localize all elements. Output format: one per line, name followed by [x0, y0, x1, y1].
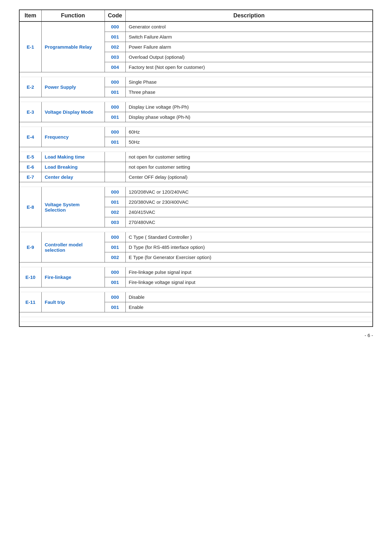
- desc-cell: Switch Failure Alarm: [125, 32, 373, 42]
- item-cell: E-8: [19, 187, 41, 227]
- function-cell: Power Supply: [41, 77, 105, 97]
- table-row: E-3 Voltage Display Mode 000 Display Lin…: [19, 102, 373, 112]
- code-cell: 003: [105, 217, 125, 227]
- table-row: E-2 Power Supply 000 Single Phase: [19, 77, 373, 87]
- item-cell: E-7: [19, 172, 41, 182]
- desc-cell: Enable: [125, 302, 373, 312]
- code-cell: 002: [105, 207, 125, 217]
- code-cell: [105, 172, 125, 182]
- code-cell: 001: [105, 87, 125, 97]
- item-cell: E-3: [19, 102, 41, 122]
- desc-cell: Three phase: [125, 87, 373, 97]
- code-cell: 000: [105, 187, 125, 197]
- code-cell: [105, 162, 125, 172]
- function-cell: Voltage System Selection: [41, 187, 105, 227]
- page-number: - 6 -: [19, 333, 373, 338]
- spacer-row: [19, 72, 373, 77]
- spacer-row: [19, 97, 373, 102]
- desc-cell: not open for customer setting: [125, 162, 373, 172]
- spacer-row: [19, 317, 373, 322]
- function-cell: Center delay: [41, 172, 105, 182]
- desc-cell: D Type (for RS-485 interface option): [125, 242, 373, 252]
- function-cell: Load Breaking: [41, 162, 105, 172]
- desc-cell: E Type (for Generator Exerciser option): [125, 252, 373, 262]
- code-cell: 001: [105, 302, 125, 312]
- spacer-row: [19, 287, 373, 292]
- spacer-row: [19, 122, 373, 127]
- spacer-row: [19, 182, 373, 187]
- code-cell: 001: [105, 197, 125, 207]
- code-cell: 000: [105, 21, 125, 32]
- header-description: Description: [125, 10, 373, 21]
- table-row: E-6 Load Breaking not open for customer …: [19, 162, 373, 172]
- desc-cell: Display phase voltage (Ph-N): [125, 112, 373, 122]
- desc-cell: Center OFF delay (optional): [125, 172, 373, 182]
- desc-cell: 220/380VAC or 230/400VAC: [125, 197, 373, 207]
- desc-cell: 270/480VAC: [125, 217, 373, 227]
- code-cell: 000: [105, 232, 125, 242]
- desc-cell: Fire-linkage pulse signal input: [125, 267, 373, 277]
- code-cell: 001: [105, 242, 125, 252]
- function-cell: Load Making time: [41, 152, 105, 162]
- desc-cell: Power Failure alarm: [125, 42, 373, 52]
- spacer-row: [19, 147, 373, 152]
- spacer-row: [19, 227, 373, 232]
- code-cell: 004: [105, 62, 125, 72]
- function-cell: Voltage Display Mode: [41, 102, 105, 122]
- desc-cell: Generator control: [125, 21, 373, 32]
- table-row: E-11 Fault trip 000 Disable: [19, 292, 373, 302]
- desc-cell: not open for customer setting: [125, 152, 373, 162]
- function-cell: Frequency: [41, 127, 105, 147]
- desc-cell: Single Phase: [125, 77, 373, 87]
- desc-cell: Factory test (Not open for customer): [125, 62, 373, 72]
- item-cell: E-2: [19, 77, 41, 97]
- table-row: E-10 Fire-linkage 000 Fire-linkage pulse…: [19, 267, 373, 277]
- code-cell: 001: [105, 277, 125, 287]
- desc-cell: 120/208VAC or 120/240VAC: [125, 187, 373, 197]
- desc-cell: Overload Output (optional): [125, 52, 373, 62]
- code-cell: 002: [105, 252, 125, 262]
- code-cell: 000: [105, 77, 125, 87]
- item-cell: E-6: [19, 162, 41, 172]
- table-row: E-7 Center delay Center OFF delay (optio…: [19, 172, 373, 182]
- desc-cell: Fire-linkage voltage signal input: [125, 277, 373, 287]
- function-cell: Fire-linkage: [41, 267, 105, 287]
- code-cell: 002: [105, 42, 125, 52]
- code-cell: 003: [105, 52, 125, 62]
- spacer-row: [19, 322, 373, 327]
- code-cell: 000: [105, 102, 125, 112]
- header-item: Item: [19, 10, 41, 21]
- code-cell: 001: [105, 112, 125, 122]
- desc-cell: Disable: [125, 292, 373, 302]
- spacer-row: [19, 262, 373, 267]
- desc-cell: Display Line voltage (Ph-Ph): [125, 102, 373, 112]
- header-code: Code: [105, 10, 125, 21]
- code-cell: 001: [105, 32, 125, 42]
- desc-cell: 240/415VAC: [125, 207, 373, 217]
- header-function: Function: [41, 10, 105, 21]
- table-row: E-5 Load Making time not open for custom…: [19, 152, 373, 162]
- item-cell: E-10: [19, 267, 41, 287]
- code-cell: 001: [105, 137, 125, 147]
- code-cell: 000: [105, 267, 125, 277]
- item-cell: E-9: [19, 232, 41, 262]
- code-cell: 000: [105, 292, 125, 302]
- item-cell: E-4: [19, 127, 41, 147]
- table-row: E-4 Frequency 000 60Hz: [19, 127, 373, 137]
- desc-cell: C Type ( Standard Controller ): [125, 232, 373, 242]
- function-cell: Fault trip: [41, 292, 105, 312]
- spacer-row: [19, 312, 373, 317]
- desc-cell: 50Hz: [125, 137, 373, 147]
- item-cell: E-11: [19, 292, 41, 312]
- table-row: E-9 Controller model selection 000 C Typ…: [19, 232, 373, 242]
- item-cell: E-5: [19, 152, 41, 162]
- table-row: E-1 Programmable Relay 000 Generator con…: [19, 21, 373, 32]
- item-cell: E-1: [19, 21, 41, 72]
- table-row: E-8 Voltage System Selection 000 120/208…: [19, 187, 373, 197]
- desc-cell: 60Hz: [125, 127, 373, 137]
- code-cell: 000: [105, 127, 125, 137]
- code-cell: [105, 152, 125, 162]
- main-table: Item Function Code Description E-1 Progr…: [19, 9, 373, 327]
- function-cell: Controller model selection: [41, 232, 105, 262]
- function-cell: Programmable Relay: [41, 21, 105, 72]
